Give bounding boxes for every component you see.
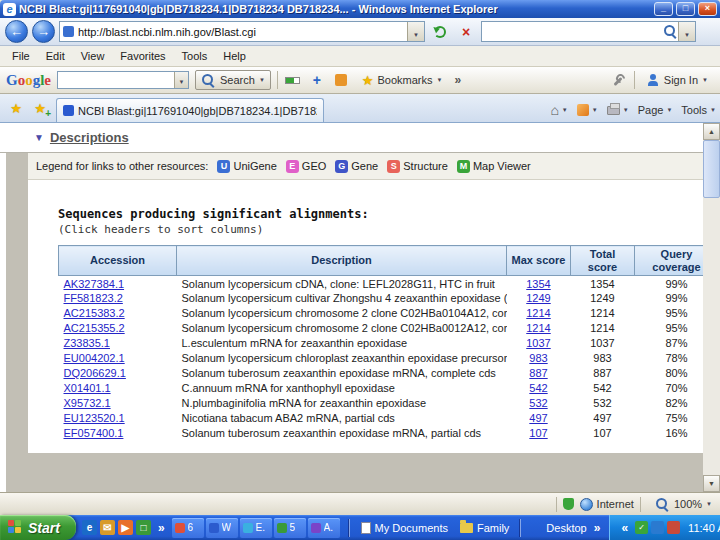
- tab-favicon: [63, 105, 74, 116]
- chevron-down-icon: ▼: [710, 107, 716, 113]
- zoom-control[interactable]: 100% ▼: [647, 497, 720, 512]
- max-score-link[interactable]: 532: [529, 397, 547, 409]
- back-button[interactable]: ←: [5, 20, 28, 43]
- live-search-input[interactable]: [482, 26, 663, 38]
- tab-bar: ★ ★ + NCBI Blast:gi|117691040|gb|DB71823…: [0, 94, 720, 123]
- max-score-link[interactable]: 1249: [526, 292, 550, 304]
- page-menu-button[interactable]: Page ▼: [638, 104, 673, 116]
- vertical-scrollbar[interactable]: ▲ ▼: [703, 123, 720, 492]
- google-search-input[interactable]: [58, 74, 174, 86]
- print-button[interactable]: ▼: [607, 106, 629, 115]
- taskbar-window-button[interactable]: E.: [240, 518, 272, 538]
- menu-item[interactable]: File: [4, 48, 38, 64]
- menu-item[interactable]: Help: [215, 48, 254, 64]
- tray-icon[interactable]: [651, 521, 664, 534]
- accession-link[interactable]: X95732.1: [64, 397, 111, 409]
- google-search-button[interactable]: Search ▼: [195, 70, 271, 90]
- menu-item[interactable]: Edit: [38, 48, 73, 64]
- quick-launch-icon[interactable]: □: [136, 520, 151, 535]
- column-header[interactable]: Max score: [507, 246, 571, 276]
- taskbar-window-button[interactable]: 5: [274, 518, 306, 538]
- start-button[interactable]: Start: [0, 515, 76, 540]
- maximize-button[interactable]: □: [676, 2, 695, 16]
- google-search-history-button[interactable]: ▼: [174, 72, 188, 88]
- accession-link[interactable]: EU004202.1: [64, 352, 125, 364]
- column-header[interactable]: Description: [177, 246, 507, 276]
- menu-item[interactable]: Tools: [174, 48, 216, 64]
- accession-link[interactable]: DQ206629.1: [64, 367, 126, 379]
- refresh-button[interactable]: [429, 21, 451, 43]
- autofill-icon[interactable]: [332, 71, 350, 89]
- legend-item: U UniGene: [208, 160, 276, 173]
- max-score-link[interactable]: 542: [529, 382, 547, 394]
- stop-button[interactable]: ×: [455, 21, 477, 43]
- column-header[interactable]: Accession: [59, 246, 177, 276]
- taskbar-window-button[interactable]: 6: [172, 518, 204, 538]
- max-score-link[interactable]: 107: [529, 427, 547, 439]
- max-score-link[interactable]: 1354: [526, 278, 550, 290]
- settings-wrench-icon[interactable]: [610, 71, 628, 89]
- descriptions-heading[interactable]: Descriptions: [50, 130, 129, 145]
- resource-icon[interactable]: U: [217, 160, 230, 173]
- feeds-button[interactable]: ▼: [577, 104, 598, 116]
- tray-icon[interactable]: ✓: [635, 521, 648, 534]
- scroll-down-button[interactable]: ▼: [703, 475, 720, 492]
- max-score-link[interactable]: 983: [529, 352, 547, 364]
- max-score-link[interactable]: 1214: [526, 322, 550, 334]
- accession-link[interactable]: AC215383.2: [64, 307, 125, 319]
- active-tab[interactable]: NCBI Blast:gi|117691040|gb|DB718234.1|DB…: [56, 98, 324, 122]
- search-icon[interactable]: [663, 24, 678, 39]
- address-bar[interactable]: http://blast.ncbi.nlm.nih.gov/Blast.cgi …: [59, 21, 425, 42]
- search-dropdown-button[interactable]: ▼: [678, 22, 695, 41]
- accession-link[interactable]: EF057400.1: [64, 427, 124, 439]
- quick-launch-icon[interactable]: ✉: [100, 520, 115, 535]
- pagerank-icon[interactable]: [284, 71, 302, 89]
- quick-launch-icon[interactable]: ▶: [118, 520, 133, 535]
- address-url[interactable]: http://blast.ncbi.nlm.nih.gov/Blast.cgi: [78, 26, 403, 38]
- tray-icon[interactable]: [667, 521, 680, 534]
- resource-icon[interactable]: S: [387, 160, 400, 173]
- max-score-link[interactable]: 497: [529, 412, 547, 424]
- scrollbar-thumb[interactable]: [703, 140, 720, 198]
- favorites-center-button[interactable]: ★: [4, 97, 28, 119]
- max-score-link[interactable]: 887: [529, 367, 547, 379]
- max-score-link[interactable]: 1037: [526, 337, 550, 349]
- taskbar-window-button[interactable]: A.: [308, 518, 340, 538]
- quick-launch-icon[interactable]: e: [82, 520, 97, 535]
- add-favorite-button[interactable]: ★ +: [28, 97, 52, 119]
- accession-link[interactable]: FF581823.2: [64, 292, 123, 304]
- menu-item[interactable]: Favorites: [112, 48, 173, 64]
- plus-icon: +: [45, 108, 51, 119]
- resource-icon[interactable]: M: [457, 160, 470, 173]
- close-button[interactable]: ×: [698, 2, 717, 16]
- max-score-link[interactable]: 1214: [526, 307, 550, 319]
- tray-expand-chevron[interactable]: «: [618, 521, 631, 535]
- menu-item[interactable]: View: [73, 48, 113, 64]
- taskbar-window-button[interactable]: W: [206, 518, 238, 538]
- accession-link[interactable]: EU123520.1: [64, 412, 125, 424]
- resource-icon[interactable]: E: [286, 160, 299, 173]
- accession-link[interactable]: AK327384.1: [64, 278, 125, 290]
- sign-in-button[interactable]: Sign In ▼: [641, 70, 714, 90]
- forward-button[interactable]: →: [32, 20, 55, 43]
- quick-launch-chevron[interactable]: »: [155, 521, 168, 535]
- scroll-up-button[interactable]: ▲: [703, 123, 720, 140]
- desktop-toolbar[interactable]: Desktop »: [540, 521, 609, 535]
- add-button-icon[interactable]: +: [308, 71, 326, 89]
- person-icon: [647, 74, 660, 87]
- bookmarks-button[interactable]: ★ Bookmarks ▼: [356, 70, 449, 90]
- family-toolbar[interactable]: Family: [454, 522, 515, 534]
- toolbar-overflow-chevron[interactable]: »: [454, 73, 461, 87]
- accession-link[interactable]: X01401.1: [64, 382, 111, 394]
- column-header[interactable]: Total score: [571, 246, 635, 276]
- desktop-chevron[interactable]: »: [591, 521, 604, 535]
- accession-link[interactable]: Z33835.1: [64, 337, 110, 349]
- home-button[interactable]: ⌂ ▼: [550, 104, 567, 116]
- resource-icon[interactable]: G: [335, 160, 348, 173]
- address-dropdown-button[interactable]: ▼: [407, 22, 424, 41]
- minimize-button[interactable]: _: [654, 2, 673, 16]
- tools-menu-button[interactable]: Tools ▼: [681, 104, 716, 116]
- accession-link[interactable]: AC215355.2: [64, 322, 125, 334]
- collapse-triangle-icon[interactable]: ▼: [34, 132, 44, 143]
- my-documents-toolbar[interactable]: My Documents: [355, 522, 454, 534]
